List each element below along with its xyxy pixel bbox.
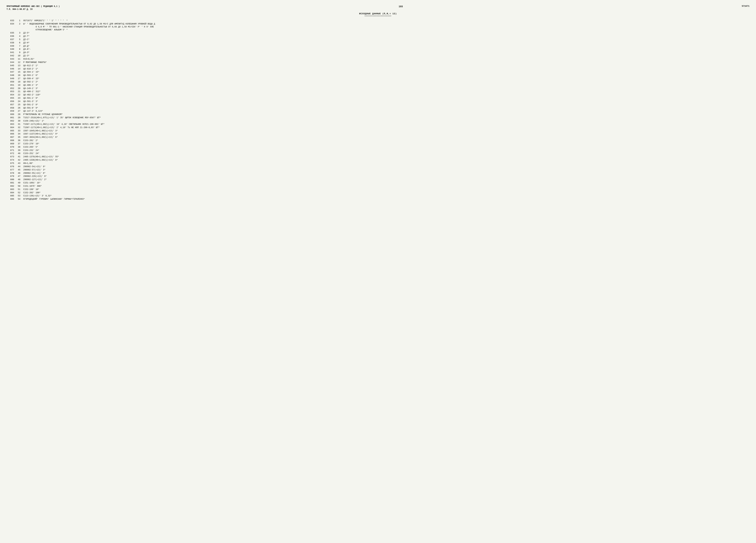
row-num2: 10: [16, 54, 23, 57]
table-row: 85220Ц6-149-1' 3*: [7, 87, 749, 90]
row-num2: 39: [16, 149, 23, 152]
row-num2: 52: [16, 191, 23, 194]
row-text: Ы' ' ВОДОЗАБОРНЫЕ СООРУЖЕНИЯ ПРОИЗВОДИТЕ…: [23, 22, 749, 31]
row-text: 1507-1137(Н9=1,002)(=13)' 9*: [23, 132, 749, 136]
table-row: 84614Ц6-610-2' 1*: [7, 67, 749, 71]
row-num2: 22: [16, 93, 23, 96]
row-num1: 833: [7, 19, 16, 22]
row-num2: 33: [16, 129, 23, 132]
row-num1: 847: [7, 71, 16, 74]
row-num1: 884: [7, 191, 16, 194]
row-num2: 9: [16, 51, 23, 54]
row-num2: 6: [16, 41, 23, 44]
table-row: 85018Ц6-592-1' 2*: [7, 80, 749, 84]
row-num2: 48: [16, 178, 23, 181]
row-num1: 849: [7, 77, 16, 80]
row-num1: 869: [7, 142, 16, 145]
row-text: Т1517-2518(Н9=1,075)(=13)' 1' 35' ЩИТОК …: [23, 116, 749, 119]
table-row: 86331Т1507-1171(Н9=1,082)(=13)' 16' 4,10…: [7, 123, 749, 126]
row-text: 1507-3034(Н9=1,002)(=13)' 6*: [23, 136, 749, 139]
row-text: С151-1091' 16*: [23, 181, 749, 184]
row-num2: 14: [16, 67, 23, 71]
row-num2: 27: [16, 110, 23, 113]
table-row: 87947290902-226(=13)' 9*: [7, 175, 749, 178]
ishodnye-equals: ====================: [7, 15, 749, 17]
row-text: Д1-3*: [23, 54, 749, 57]
row-num2: 2: [16, 22, 23, 31]
table-row: 84715Ц6-594-1' 15*: [7, 71, 749, 74]
row-num2: 11: [16, 58, 23, 61]
row-num1: 840: [7, 48, 16, 51]
row-num2: 5: [16, 38, 23, 41]
row-text: Ц6-400-1' 312*: [23, 90, 749, 93]
table-row: 85927Ц6-147-3' 0,124*: [7, 110, 749, 113]
ishodnye-title: ИСХОДНЫЕ ДАННЫЕ (П,И,= 12): [7, 12, 749, 15]
row-num1: 857: [7, 103, 16, 106]
table-row: 85624Ц6-591-3' 3*: [7, 100, 749, 103]
table-row: 88250С151-107б' 300*: [7, 185, 749, 188]
table-row: 88553С113-130(=13)' 3' 0,32*: [7, 194, 749, 197]
table-row: 8386Д2-Н*: [7, 41, 749, 44]
row-num2: 29: [16, 116, 23, 119]
row-num2: 54: [16, 198, 23, 201]
row-text: Ц6-149-1' 3*: [23, 87, 749, 90]
row-num1: 842: [7, 54, 16, 57]
row-text: Ц6-594-1' 15*: [23, 71, 749, 74]
row-num1: 886: [7, 198, 16, 201]
row-text: С152-202' 100*: [23, 191, 749, 194]
row-text: 290902-127(=13)' 2*: [23, 178, 749, 181]
row-num2: 49: [16, 181, 23, 184]
row-num2: 4: [16, 35, 23, 38]
row-num2: 53: [16, 194, 23, 197]
row-num1: 839: [7, 45, 16, 48]
table-row: 873412405-1370(Н9=1,002)(=13)' 55*: [7, 155, 749, 158]
table-row: 8408Д4-А*-: [7, 48, 749, 51]
row-text: Д2-Н*: [23, 41, 749, 44]
row-num1: 862: [7, 119, 16, 123]
row-text: 9571671' Н9М1В1Г1' ' ' 1' ' ' ' ' *: [23, 19, 749, 22]
row-text: Д3-Д*: [23, 45, 749, 48]
row-text: Ц6-402-2' 110*: [23, 93, 749, 96]
table-row: 84917Ц6-599-4' 15*: [7, 77, 749, 80]
row-num1: 876: [7, 165, 16, 168]
row-text: 2405-1338(Н9=1,002)(=13)' 8*: [23, 159, 749, 162]
row-text: Ц6-591-2' 8*: [23, 103, 749, 106]
table-row: 8353Д2-5*: [7, 32, 749, 35]
table-row: 85725Ц6-591-2' 8*: [7, 103, 749, 106]
row-num2: 38: [16, 146, 23, 149]
table-row: 86937С153-276' 16*: [7, 142, 749, 145]
row-num1: 873: [7, 155, 16, 158]
row-text: Д2-Т*: [23, 35, 749, 38]
row-num1: 848: [7, 74, 16, 77]
table-row: 86432Т1507-1173(Н9=1,082)(=13)' 2' 4,10'…: [7, 126, 749, 129]
row-text: С153-265' 5*: [23, 146, 749, 149]
row-num1: 865: [7, 129, 16, 132]
row-num2: 32: [16, 126, 23, 129]
table-row: 88149С151-1091' 16*: [7, 181, 749, 184]
table-row: 867351507-3034(Н9=1,002)(=13)' 6*: [7, 136, 749, 139]
table-row: 86836С153-281' 2*: [7, 139, 749, 142]
row-num1: 860: [7, 113, 16, 116]
row-num2: 19: [16, 84, 23, 87]
row-num1: 868: [7, 139, 16, 142]
table-row: 88654КГОРОДЕЦКИЙ' ГУРЕВИЧ' ЬАЛИНСКАЯ' ГИ…: [7, 198, 749, 201]
row-text: Ц6-612-2' 1*: [23, 64, 749, 67]
row-num1: 872: [7, 152, 16, 155]
document-number: 571671: [742, 5, 749, 7]
row-text: Р*МАТЕРИАЛЫ НЕ УЧТЕНЫЕ ЦЕННИКОМ*: [23, 113, 749, 116]
row-num1: 853: [7, 90, 16, 93]
row-num1: 841: [7, 51, 16, 54]
table-row: 85826Ц6-591-8' 9*: [7, 106, 749, 110]
row-num2: 51: [16, 188, 23, 191]
table-row: 8375Д2-С*: [7, 38, 749, 41]
row-num1: 844: [7, 61, 16, 64]
header-left: ПРОГРАММНЫЙ КОМПЛЕКС АВС-ЗЕС ( РЕДАКЦИЯ …: [7, 5, 60, 11]
row-num2: 40: [16, 152, 23, 155]
row-num1: 837: [7, 38, 16, 41]
row-text: Д4-Э*: [23, 51, 749, 54]
table-row: 8419Д4-Э*: [7, 51, 749, 54]
row-text: Н9=1,08*: [23, 162, 749, 165]
table-row: 86230С156-240(=13)' 1*: [7, 119, 749, 123]
row-num2: 25: [16, 103, 23, 106]
row-num1: 845: [7, 64, 16, 67]
